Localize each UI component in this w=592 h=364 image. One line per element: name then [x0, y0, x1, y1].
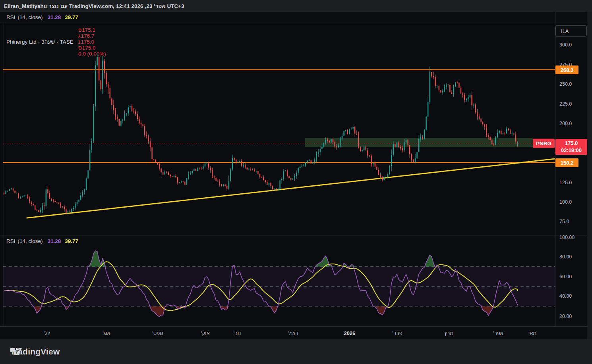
- time-axis-label: יול': [44, 330, 50, 336]
- watermark-token: UTC+3: [167, 3, 184, 9]
- tradingview-logo[interactable]: TradingView: [10, 347, 60, 356]
- rsi-legend-top[interactable]: RSI (14, close) 31.28 39.77: [6, 14, 78, 20]
- rsi-params: (14, close): [18, 14, 43, 20]
- axis-label: 200.0: [559, 121, 572, 126]
- watermark-token: 2026: [132, 3, 143, 9]
- time-axis-label: פבר': [392, 330, 402, 336]
- watermark-token: עם: [60, 3, 68, 9]
- rsi-ma-value: 39.77: [65, 238, 78, 244]
- time-axis-label: מאי: [528, 330, 536, 336]
- axis-label: 80.00: [559, 254, 572, 260]
- rsi-legend-pane[interactable]: RSI (14, close) 31.28 39.77: [6, 238, 78, 244]
- support-price-label: 150.2: [555, 158, 578, 167]
- rsi-value: 31.28: [48, 238, 61, 244]
- axis-label: 250.0: [559, 81, 572, 87]
- watermark-token: אפר': [154, 3, 165, 9]
- rsi-params: (14, close): [18, 238, 43, 244]
- watermark-token: 12:41: [116, 3, 130, 9]
- axis-label: 60.00: [559, 274, 572, 279]
- time-axis-label: 2026: [344, 330, 356, 336]
- axis-label: 225.0: [559, 101, 572, 107]
- tradingview-logo-icon: [10, 347, 23, 356]
- rsi-value: 31.28: [48, 14, 61, 20]
- tradingview-snapshot: Eliran_MatityahuנוצרעםTradingView.com,12…: [0, 0, 592, 364]
- axis-label: 300.0: [559, 42, 572, 48]
- main-chart-canvas[interactable]: [0, 23, 555, 235]
- time-axis-label: מרץ: [445, 330, 453, 336]
- time-axis-label: אוג': [103, 330, 110, 336]
- watermark-token: ,23: [145, 3, 153, 9]
- rsi-ma-value: 39.77: [65, 14, 78, 20]
- symbol-price-tag: PNRG: [533, 139, 555, 148]
- time-axis-label: ספט': [152, 330, 163, 336]
- pricescale-separator: [555, 12, 555, 326]
- time-axis-label: אפר': [493, 330, 503, 336]
- time-axis-label: דצמ': [288, 330, 298, 336]
- watermark-token: TradingView.com,: [69, 3, 114, 9]
- rsi-title: RSI: [6, 238, 15, 244]
- axis-label: 100.0: [559, 199, 572, 205]
- watermark-bar: Eliran_MatityahuנוצרעםTradingView.com,12…: [0, 0, 592, 12]
- axis-label: 75.0: [559, 219, 569, 224]
- chart-widget: RSI (14, close) 31.28 39.77 Phinergy Ltd…: [0, 12, 587, 339]
- last-price-label: 175.0 02:19:00: [555, 139, 587, 155]
- last-price-value: 175.0: [565, 140, 578, 147]
- rsi-title: RSI: [6, 14, 15, 20]
- watermark-token: Eliran_Matityahu: [4, 3, 47, 9]
- time-axis-label: אוק': [201, 330, 210, 336]
- time-scale[interactable]: יול'אוג'ספט'אוק'נוב'דצמ'2026פבר'מרץאפר'מ…: [0, 326, 587, 339]
- axis-label: 100.00: [559, 235, 575, 240]
- time-axis-label: נוב': [234, 330, 241, 336]
- rsi-pane-canvas[interactable]: [0, 235, 555, 326]
- axis-label: 125.0: [559, 180, 572, 185]
- watermark-token: נוצר: [48, 3, 59, 9]
- bar-countdown: 02:19:00: [561, 147, 582, 154]
- bottom-bar: TradingView: [0, 339, 592, 364]
- resistance-price-label: 268.3: [555, 65, 578, 74]
- axis-label: 40.00: [559, 293, 572, 299]
- axis-label: 20.00: [559, 314, 572, 319]
- currency-toggle-button[interactable]: ILA: [555, 25, 587, 37]
